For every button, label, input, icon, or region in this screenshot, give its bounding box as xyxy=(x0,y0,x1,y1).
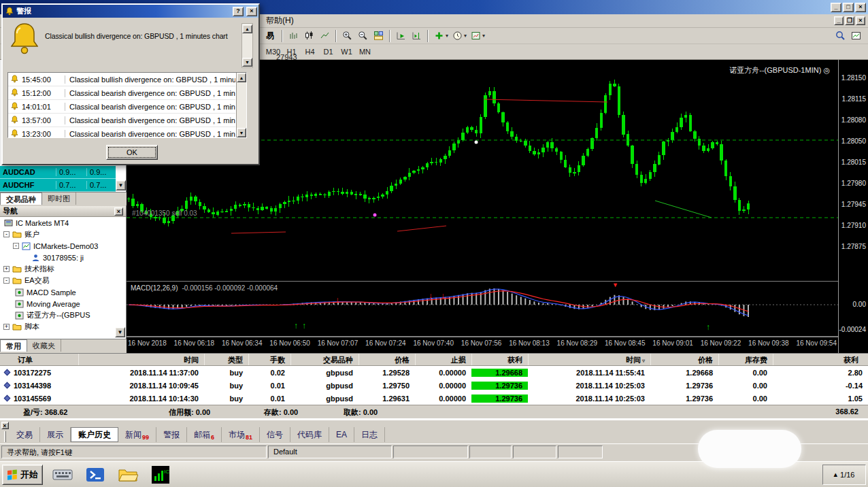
alert-row[interactable]: 13:23:00Classical bearish divergence on:… xyxy=(8,127,235,138)
trendline-green[interactable] xyxy=(655,201,712,218)
collapse-box-icon[interactable]: - xyxy=(3,278,10,284)
ok-button[interactable]: OK xyxy=(106,145,158,160)
nav-item-account-server[interactable]: -ICMarkets-Demo03 xyxy=(0,240,126,252)
terminal-tab[interactable]: 市场81 xyxy=(222,427,260,442)
scroll-down-button[interactable]: ▼ xyxy=(115,327,125,337)
nav-item-ea-ma[interactable]: Moving Average xyxy=(0,298,126,309)
alert-row[interactable]: 15:12:00Classical bearish divergence on:… xyxy=(8,86,235,100)
terminal-tab[interactable]: 信号 xyxy=(260,427,290,442)
col-type[interactable]: 类型 xyxy=(204,354,248,365)
price-axis[interactable]: 0.00 -0.00024 1.281501.281151.280801.280… xyxy=(838,60,868,353)
dropdown-arrow-icon[interactable]: ▾ xyxy=(482,33,485,39)
timeframe-h4-button[interactable]: H4 xyxy=(301,46,319,58)
scroll-up-button[interactable]: ▲ xyxy=(237,73,246,82)
trendline[interactable] xyxy=(231,232,286,233)
alert-list-scrollbar[interactable]: ▲ ▼ xyxy=(236,73,246,137)
symbol-row[interactable]: AUDCAD 0.9... 0.9... xyxy=(0,166,116,179)
zoom-in-button[interactable] xyxy=(339,29,355,43)
nav-item-ea-macd[interactable]: MACD Sample xyxy=(0,286,126,298)
scroll-up-button[interactable]: ▲ xyxy=(242,24,252,33)
history-row[interactable]: 1031455692018.11.14 10:14:30buy0.01gbpus… xyxy=(0,392,868,405)
history-header-row[interactable]: 订单 时间 类型 手数 交易品种 价格 止损 获利 时间▿ 价格 库存费 获利 xyxy=(0,354,868,366)
nav-item-scripts[interactable]: +脚本 xyxy=(0,321,126,333)
tab-common[interactable]: 常用 xyxy=(0,339,27,352)
terminal-tab[interactable]: 新闻99 xyxy=(118,427,156,442)
bar-chart-button[interactable] xyxy=(286,29,301,43)
zoom-out-button[interactable] xyxy=(355,29,371,43)
scroll-down-button[interactable]: ▼ xyxy=(237,128,246,137)
dialog-close-button[interactable]: × xyxy=(246,7,257,16)
expand-box-icon[interactable]: + xyxy=(3,324,10,330)
tab-symbols[interactable]: 交易品种 xyxy=(0,192,42,205)
terminal-tab[interactable]: 代码库 xyxy=(290,427,329,442)
drag-grip[interactable] xyxy=(4,431,6,442)
navigator-caption[interactable]: 导航 × xyxy=(0,206,126,217)
terminal-tab[interactable]: 日志 xyxy=(354,427,385,442)
col-profit[interactable]: 获利 xyxy=(773,354,868,365)
nav-item-account-login[interactable]: 30178955: ji xyxy=(0,252,126,263)
icmarkets-terminal-icon[interactable]: IC xyxy=(148,464,173,486)
close-button[interactable]: × xyxy=(855,3,866,12)
collapse-box-icon[interactable]: - xyxy=(13,243,19,249)
tab-favorites[interactable]: 收藏夹 xyxy=(27,339,61,352)
nav-item-ea-noah[interactable]: 诺亚方舟--(GBPUS xyxy=(0,309,126,321)
timeframe-d1-button[interactable]: D1 xyxy=(319,46,337,58)
system-tray[interactable]: ▴ 1/16 xyxy=(822,465,866,485)
search-button[interactable] xyxy=(833,29,848,43)
col-lots[interactable]: 手数 xyxy=(248,354,290,365)
folder-icon[interactable] xyxy=(115,464,141,486)
terminal-tab[interactable]: 邮箱6 xyxy=(187,427,222,442)
terminal-tab[interactable]: EA xyxy=(329,427,354,442)
keyboard-icon[interactable] xyxy=(50,464,76,486)
line-chart-button[interactable] xyxy=(317,29,333,43)
menu-help[interactable]: 帮助(H) xyxy=(261,14,299,28)
navigator-close-button[interactable]: × xyxy=(114,207,123,216)
col-close-price[interactable]: 价格 xyxy=(650,354,718,365)
time-axis[interactable]: 16 Nov 201816 Nov 06:1816 Nov 06:3416 No… xyxy=(127,337,838,353)
pane-separator[interactable] xyxy=(127,281,838,282)
dialog-help-button[interactable]: ? xyxy=(233,7,244,16)
maximize-button[interactable]: □ xyxy=(843,3,854,12)
dropdown-arrow-icon[interactable]: ▾ xyxy=(446,33,448,39)
timeframe-w1-button[interactable]: W1 xyxy=(337,46,356,58)
tab-tick-chart[interactable]: 即时图 xyxy=(42,192,76,205)
symbol-row[interactable]: AUDCHF 0.7... 0.7... xyxy=(0,179,116,192)
col-open-price[interactable]: 价格 xyxy=(358,354,415,365)
start-button[interactable]: 开始 xyxy=(2,465,43,485)
terminal-tab[interactable]: 账户历史 xyxy=(71,427,118,442)
history-row[interactable]: 1031722752018.11.14 11:37:00buy0.02gbpus… xyxy=(0,366,868,379)
trendline[interactable] xyxy=(397,226,446,231)
nav-item-accounts[interactable]: -账户 xyxy=(0,229,126,240)
terminal-tab[interactable]: 警报 xyxy=(156,427,187,442)
new-order-button[interactable]: 易 xyxy=(261,29,279,43)
col-tp[interactable]: 获利 xyxy=(471,354,528,365)
alert-list[interactable]: ▲ ▼ 15:45:00Classical bullish divergence… xyxy=(7,72,247,138)
new-chart-button[interactable] xyxy=(848,29,864,43)
col-order[interactable]: 订单 xyxy=(0,354,78,365)
trendline[interactable] xyxy=(484,99,607,102)
child-restore-button[interactable]: ❐ xyxy=(845,16,854,25)
col-symbol[interactable]: 交易品种 xyxy=(290,354,358,365)
nav-item-indicators[interactable]: +技术指标 xyxy=(0,263,126,275)
candlestick-button[interactable] xyxy=(301,29,317,43)
col-swap[interactable]: 库存费 xyxy=(718,354,773,365)
terminal-close-button[interactable]: × xyxy=(1,422,9,429)
alert-row[interactable]: 14:01:01Classical bearish divergence on:… xyxy=(8,100,235,114)
scroll-down-button[interactable]: ▼ xyxy=(116,180,126,190)
status-profile[interactable]: Default xyxy=(268,446,392,458)
alert-row[interactable]: 13:57:00Classical bearish divergence on:… xyxy=(8,114,235,127)
col-sl[interactable]: 止损 xyxy=(415,354,471,365)
templates-button[interactable] xyxy=(468,29,484,43)
terminal-tab[interactable]: 展示 xyxy=(40,427,71,442)
child-close-button[interactable]: × xyxy=(856,16,865,25)
collapse-box-icon[interactable]: - xyxy=(3,231,10,237)
tile-windows-button[interactable] xyxy=(371,29,386,43)
indicators-button[interactable] xyxy=(431,29,447,43)
alert-dialog-titlebar[interactable]: 警报 ? × xyxy=(3,5,258,18)
auto-scroll-button[interactable] xyxy=(393,29,409,43)
periods-button[interactable] xyxy=(450,29,465,43)
powershell-icon[interactable] xyxy=(82,464,108,486)
child-minimize-button[interactable]: _ xyxy=(834,16,844,25)
minimize-button[interactable]: _ xyxy=(831,3,841,12)
col-open-time[interactable]: 时间 xyxy=(78,354,204,365)
